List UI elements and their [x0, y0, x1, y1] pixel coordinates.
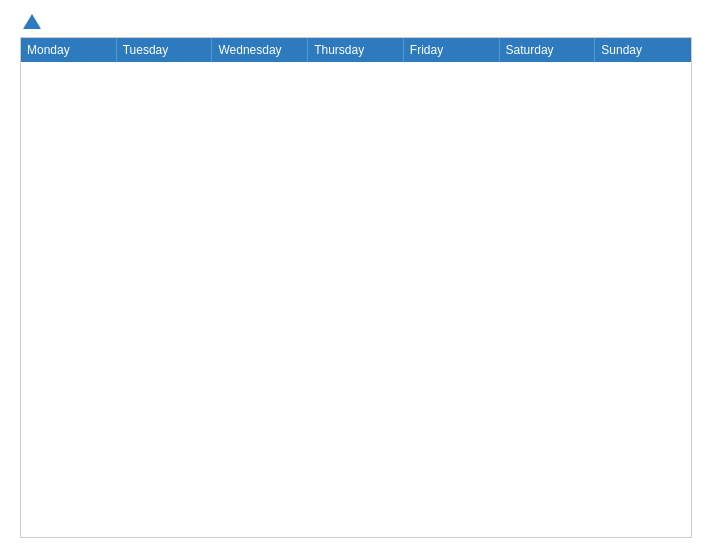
day-header-tuesday: Tuesday: [117, 38, 213, 62]
day-header-wednesday: Wednesday: [212, 38, 308, 62]
calendar-page: MondayTuesdayWednesdayThursdayFridaySatu…: [0, 0, 712, 550]
day-header-friday: Friday: [404, 38, 500, 62]
logo: [20, 18, 41, 29]
logo-triangle-icon: [23, 14, 41, 29]
day-header-saturday: Saturday: [500, 38, 596, 62]
day-header-monday: Monday: [21, 38, 117, 62]
day-header-thursday: Thursday: [308, 38, 404, 62]
calendar-grid: MondayTuesdayWednesdayThursdayFridaySatu…: [20, 37, 692, 538]
header: [20, 18, 692, 29]
weeks-container: [21, 62, 691, 537]
day-header-sunday: Sunday: [595, 38, 691, 62]
days-header: MondayTuesdayWednesdayThursdayFridaySatu…: [21, 38, 691, 62]
